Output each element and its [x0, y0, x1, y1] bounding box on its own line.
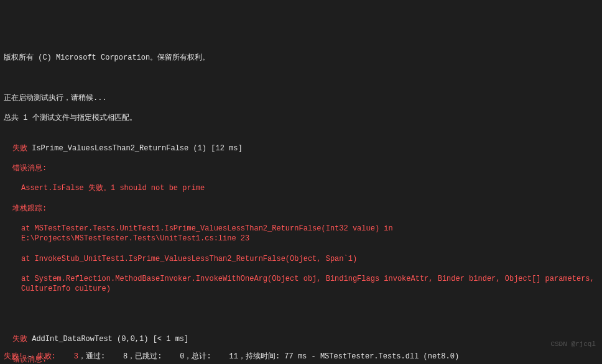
test-fail-header: 失败 AddInt_DataRowTest (0,0,1) [< 1 ms] — [4, 334, 598, 344]
error-message-label: 错误消息: — [4, 163, 598, 173]
stack-line: at MSTestTester.Tests.UnitTest1.IsPrime_… — [4, 224, 598, 243]
stack-line: at System.Reflection.MethodBaseInvoker.I… — [4, 274, 598, 294]
starting-line: 正在启动测试执行，请稍候... — [4, 93, 598, 103]
summary-skipped-label: ，已跳过: — [127, 352, 162, 361]
files-matched-line: 总共 1 个测试文件与指定模式相匹配。 — [4, 113, 598, 123]
terminal-output: 版权所有 (C) Microsoft Corporation。保留所有权利。 正… — [4, 43, 598, 364]
summary-skipped-count: 0 — [162, 352, 184, 361]
summary-passed-label: ，通过: — [78, 352, 105, 361]
copyright-line: 版权所有 (C) Microsoft Corporation。保留所有权利。 — [4, 53, 598, 63]
blank-line — [4, 73, 598, 83]
stack-trace-label: 堆栈跟踪: — [4, 204, 598, 214]
test-fail-header: 失败 IsPrime_ValuesLessThan2_ReturnFalse (… — [4, 143, 598, 153]
summary-passed-count: 8 — [105, 352, 127, 361]
summary-line: 失败! - 失败: 3，通过: 8，已跳过: 0，总计: 11，持续时间: 77… — [4, 352, 598, 362]
summary-fail-excl: 失败! — [4, 352, 23, 361]
test-title: AddInt_DataRowTest (0,0,1) [< 1 ms] — [32, 335, 188, 344]
error-message: Assert.IsFalse 失败。1 should not be prime — [4, 183, 598, 193]
fail-label: 失败 — [12, 144, 27, 153]
summary-total-label: ，总计: — [184, 352, 211, 361]
summary-tail: - MSTestTester.Tests.dll (net8.0) — [307, 352, 459, 361]
blank-line — [4, 304, 598, 314]
fail-label: 失败 — [12, 335, 27, 344]
summary-total-count: 11 — [211, 352, 238, 361]
test-title: IsPrime_ValuesLessThan2_ReturnFalse (1) … — [32, 144, 242, 153]
stack-line: at InvokeStub_UnitTest1.IsPrime_ValuesLe… — [4, 254, 598, 264]
summary-failed-label: 失败: — [37, 352, 56, 361]
summary-duration: ，持续时间: 77 ms — [238, 352, 307, 361]
summary-failed-count: 3 — [56, 352, 78, 361]
summary-dash: - — [23, 352, 37, 361]
